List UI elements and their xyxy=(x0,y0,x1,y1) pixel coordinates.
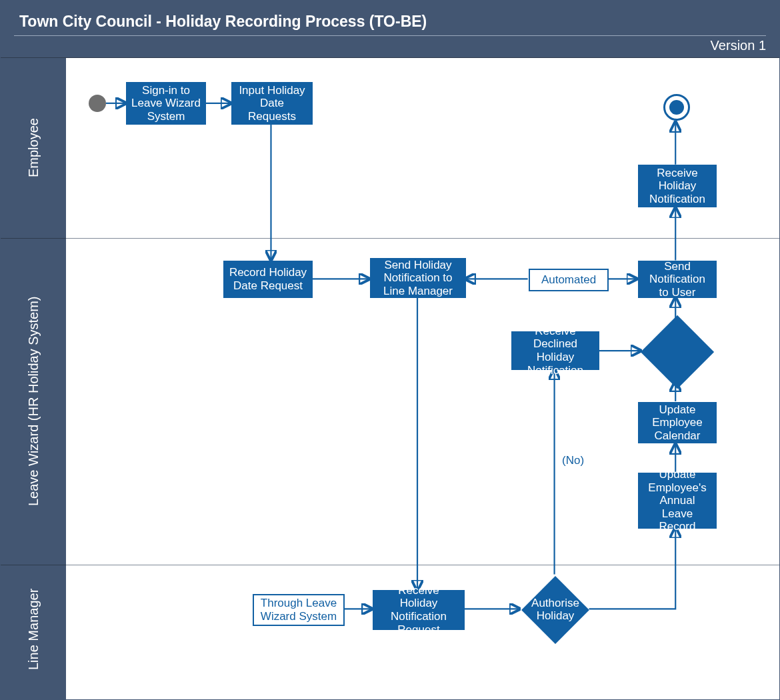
diagram-canvas: Sign-in to Leave Wizard System Input Hol… xyxy=(66,58,779,699)
diagram-frame: Town City Council - Holiday Recording Pr… xyxy=(0,0,780,700)
gateway-authorise-label: Authorise Holiday xyxy=(522,577,589,643)
task-send-to-user: Send Notification to User xyxy=(638,261,717,298)
swimlanes: Employee Leave Wizard (HR Holiday System… xyxy=(1,58,779,699)
gateway-authorise: Authorise Holiday xyxy=(522,577,589,643)
note-through-lws: Through Leave Wizard System xyxy=(253,594,345,626)
task-receive-notification: Receive Holiday Notification xyxy=(638,165,717,207)
task-input-dates: Input Holiday Date Requests xyxy=(231,82,313,125)
header-divider xyxy=(14,35,766,36)
note-automated: Automated xyxy=(529,269,609,291)
edge-label-no: (No) xyxy=(562,454,584,467)
diagram-title: Town City Council - Holiday Recording Pr… xyxy=(1,1,779,31)
task-update-record: Update Employee's Annual Leave Record xyxy=(638,473,717,529)
swimlane-label-column: Employee Leave Wizard (HR Holiday System… xyxy=(1,58,66,699)
task-signin: Sign-in to Leave Wizard System xyxy=(126,82,206,125)
task-record-request: Record Holiday Date Request xyxy=(223,261,313,298)
diagram-header: Town City Council - Holiday Recording Pr… xyxy=(1,1,779,58)
swimlane-label-system: Leave Wizard (HR Holiday System) xyxy=(1,238,66,565)
task-receive-declined: Receive Declined Holiday Notification xyxy=(511,331,599,370)
task-update-calendar: Update Employee Calendar xyxy=(638,402,717,443)
task-send-to-manager: Send Holiday Notification to Line Manage… xyxy=(370,258,466,298)
diagram-version: Version 1 xyxy=(711,38,766,53)
start-event-icon xyxy=(89,95,106,112)
end-event-icon xyxy=(663,94,690,121)
task-receive-request: Receive Holiday Notification Request xyxy=(373,590,465,630)
swimlane-label-manager: Line Manager xyxy=(1,565,66,694)
swimlane-label-employee: Employee xyxy=(1,58,66,238)
gateway-merge xyxy=(651,326,703,378)
